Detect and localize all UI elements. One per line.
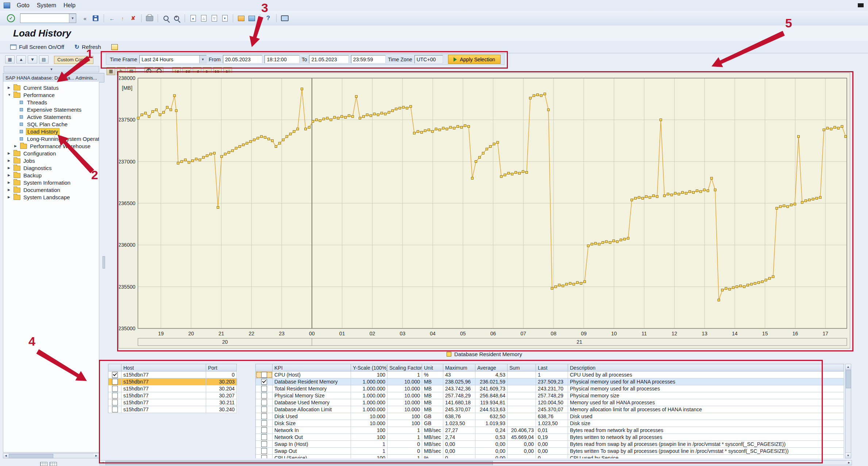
- checkbox[interactable]: [261, 372, 267, 378]
- column-header-y-scale-100[interactable]: Y-Scale (100%): [351, 364, 387, 371]
- expander-icon[interactable]: ▶: [8, 159, 12, 162]
- window-controls[interactable]: [858, 3, 864, 7]
- help-icon[interactable]: ?: [263, 14, 273, 23]
- previous-page-icon[interactable]: △: [199, 14, 208, 23]
- tree-item-current-status[interactable]: ▶Current Status: [3, 84, 99, 91]
- checkbox[interactable]: [261, 379, 267, 385]
- fullscreen-toggle-button[interactable]: Full Screen On/Off: [8, 43, 66, 50]
- kpi-row-3[interactable]: Total Resident Memory1.000.00010.000MB24…: [256, 385, 844, 392]
- chevron-down-icon[interactable]: ▼: [199, 55, 206, 63]
- tree-item-backup[interactable]: ▶Backup: [3, 172, 99, 179]
- checkbox[interactable]: [112, 400, 118, 405]
- expander-icon[interactable]: ▶: [14, 144, 18, 148]
- find-icon[interactable]: [161, 14, 171, 23]
- expander-icon[interactable]: ▶: [8, 151, 12, 155]
- column-header-average[interactable]: Average: [475, 364, 508, 371]
- menu-goto[interactable]: Goto: [15, 1, 35, 10]
- checkbox-cell[interactable]: [256, 420, 273, 427]
- column-header-maximum[interactable]: Maximum: [443, 364, 475, 371]
- back-icon[interactable]: ←: [107, 14, 117, 23]
- checkbox[interactable]: [261, 393, 267, 398]
- checkbox-cell[interactable]: [256, 434, 273, 441]
- checkbox[interactable]: [261, 400, 267, 405]
- checkbox-cell[interactable]: [256, 378, 273, 385]
- expander-icon[interactable]: ▶: [8, 86, 12, 89]
- exit-icon[interactable]: ↑: [118, 14, 127, 23]
- tree-item-jobs[interactable]: ▶Jobs: [3, 157, 99, 164]
- kpi-row-7[interactable]: Disk Used10.000100GB638,76632,50638,76Di…: [256, 413, 844, 420]
- enter-icon[interactable]: ✓: [6, 14, 16, 23]
- host-row-6[interactable]: s15hdbn7730.240: [108, 406, 237, 413]
- scrollbar-thumb[interactable]: [105, 461, 493, 465]
- checkbox[interactable]: [261, 386, 267, 392]
- checkbox-cell[interactable]: [256, 406, 273, 413]
- find-next-icon[interactable]: [172, 14, 181, 23]
- from-date-input[interactable]: 20.05.2023: [223, 55, 262, 63]
- kpi-row-9[interactable]: Network In1001MB/sec27,270,2420.406,730,…: [256, 427, 844, 434]
- host-row-4[interactable]: s15hdbn7730.207: [108, 392, 237, 399]
- mini-table-icon[interactable]: [50, 462, 57, 466]
- scroll-left-icon[interactable]: ◀: [100, 461, 105, 465]
- column-header-kpi[interactable]: KPI: [273, 364, 351, 371]
- expander-icon[interactable]: ▼: [8, 93, 12, 97]
- command-field[interactable]: ▼: [20, 14, 76, 23]
- checkbox[interactable]: [261, 455, 267, 458]
- checkbox[interactable]: [112, 393, 118, 398]
- tree-item-diagnostics[interactable]: ▶Diagnostics: [3, 164, 99, 172]
- expander-icon[interactable]: ▶: [8, 166, 12, 170]
- column-header-sum[interactable]: Sum: [508, 364, 536, 371]
- column-header-last[interactable]: Last: [536, 364, 568, 371]
- checkbox-cell[interactable]: [256, 413, 273, 420]
- time-frame-select[interactable]: Last 24 Hours ▼: [139, 55, 207, 63]
- column-header-select[interactable]: [256, 364, 273, 371]
- scroll-right-icon[interactable]: ▶: [94, 454, 99, 458]
- menu-system[interactable]: System: [35, 1, 61, 10]
- checkbox[interactable]: [112, 379, 118, 385]
- customize-icon[interactable]: [280, 14, 290, 23]
- checkbox[interactable]: [261, 413, 267, 419]
- system-menu-icon[interactable]: [4, 3, 10, 8]
- kpi-vertical-scrollbar[interactable]: ▲ ▼: [845, 364, 851, 458]
- first-page-icon[interactable]: ▲: [188, 14, 198, 23]
- checkbox-cell[interactable]: [108, 406, 121, 413]
- expander-icon[interactable]: ▶: [8, 195, 12, 199]
- tree-item-performance[interactable]: ▼Performance: [3, 91, 99, 99]
- host-row-5[interactable]: s15hdbn7730.211: [108, 399, 237, 406]
- expander-icon[interactable]: ▶: [8, 181, 12, 184]
- to-date-input[interactable]: 21.05.2023: [309, 55, 348, 63]
- vertical-splitter[interactable]: [103, 53, 105, 458]
- checkbox-cell[interactable]: [108, 378, 121, 385]
- checkbox-cell[interactable]: [256, 399, 273, 406]
- checkbox-cell[interactable]: [256, 371, 273, 378]
- checkbox-cell[interactable]: [256, 385, 273, 392]
- column-header-scaling-factor[interactable]: Scaling Factor: [387, 364, 422, 371]
- column-header-select[interactable]: [108, 364, 121, 371]
- tree-item-load-history[interactable]: Load History: [3, 128, 99, 135]
- host-row-3[interactable]: s15hdbn7730.204: [108, 385, 237, 392]
- kpi-row-11[interactable]: Swap In (Host)10MB/sec0,000,000,000,00By…: [256, 441, 844, 448]
- checkbox[interactable]: [112, 372, 118, 378]
- scroll-left-icon[interactable]: ◀: [3, 454, 8, 458]
- chevron-down-icon[interactable]: ▼: [69, 14, 76, 23]
- column-header-description[interactable]: Description: [568, 364, 844, 371]
- next-page-icon[interactable]: ▽: [209, 14, 219, 23]
- checkbox[interactable]: [261, 434, 267, 440]
- checkbox[interactable]: [261, 420, 267, 426]
- host-row-2[interactable]: s15hdbn7730.203: [108, 378, 237, 385]
- scroll-up-icon[interactable]: ▲: [845, 364, 851, 370]
- tree-item-sql-plan-cache[interactable]: SQL Plan Cache: [3, 120, 99, 128]
- checkbox-cell[interactable]: [108, 385, 121, 392]
- tree-item-documentation[interactable]: ▶Documentation: [3, 186, 99, 193]
- new-session-icon[interactable]: [236, 14, 246, 23]
- tree-grid-icon[interactable]: ▦: [5, 55, 15, 63]
- checkbox[interactable]: [261, 441, 267, 447]
- sort-up-icon[interactable]: ▲: [16, 55, 26, 63]
- host-row-1[interactable]: s15hdbn770: [108, 371, 237, 378]
- last-page-icon[interactable]: ▼: [220, 14, 229, 23]
- chart-table-view-icon[interactable]: ▦: [107, 67, 115, 75]
- tree-item-long-running-system-operations[interactable]: Long-Running System Operations: [3, 135, 99, 142]
- column-header-port[interactable]: Port: [206, 364, 237, 371]
- checkbox-cell[interactable]: [256, 392, 273, 399]
- tree-item-active-statements[interactable]: Active Statements: [3, 113, 99, 120]
- refresh-button[interactable]: ↻ Refresh: [72, 43, 103, 51]
